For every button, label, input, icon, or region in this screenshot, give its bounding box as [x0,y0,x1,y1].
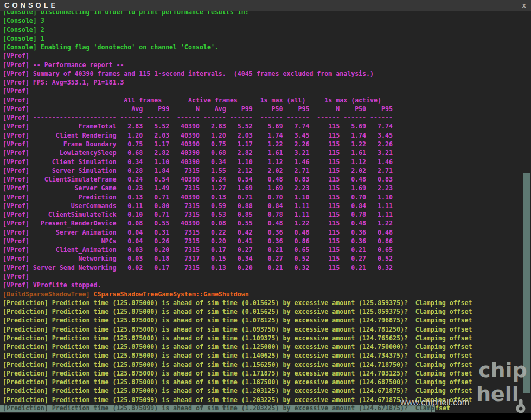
console-line: [Prediction] Prediction time (125.875000… [3,307,531,316]
console-line-text: [Prediction] Prediction time (125.875000… [3,334,472,342]
console-line: [VProf] FPS: Avg=353.1, P1=181.3 [3,78,531,87]
console-line: [VProf] ClientSimulateFrame 0.24 0.54 40… [3,175,531,184]
console-line-text: [VProf] Present_RenderDevice 0.08 0.55 4… [3,219,393,227]
console-line: [Console] 2 [3,25,531,34]
console-line-text: [Prediction] Prediction time (125.875000… [3,387,472,395]
console-line: [Prediction] Prediction time (125.875000… [3,325,531,334]
console-line: [Prediction] Prediction time (125.875000… [3,378,531,386]
console-line-text: [VProf] All frames Active frames 1s max … [3,96,393,104]
console-line: [VProf] Avg P99 N Avg P99 P50 P95 N P50 … [3,105,531,113]
console-line: [VProf] ---------------------- ------ --… [3,113,531,122]
titlebar: CONSOLE x [0,0,531,11]
console-line: [VProf] Present_RenderDevice 0.08 0.55 4… [3,219,531,228]
console-line-text: CSparseShadowTreeGameSystem::GameShutdow… [94,290,249,298]
console-line: [VProf] Networking 0.03 0.18 7317 0.15 0… [3,254,531,263]
console-line-text: [Prediction] Prediction time (125.875000… [3,361,472,369]
console-line-text: [Console] 1 [3,35,44,42]
console-line: [VProf] Server Simulation 0.28 1.84 7315… [3,166,531,175]
console-line: [Prediction] Prediction time (125.875000… [3,369,531,378]
console-line-text: [Prediction] Prediction time (125.875000… [3,378,472,386]
console-line-text: [VProf] Networking 0.03 0.18 7317 0.15 0… [3,255,393,262]
console-line: [VProf] UserCommands 0.11 0.80 7315 0.59… [3,202,531,210]
console-line-text: [VProf] FPS: Avg=353.1, P1=181.3 [3,79,124,86]
console-line-text: [Prediction] Prediction time (125.875000… [3,299,472,307]
console-line-text: [Prediction] Prediction time (125.875000… [3,343,472,351]
console-line: [VProf] [3,87,531,95]
console-line: [Console] 3 [3,16,531,25]
console-lines: [Console] Disconnecting in order to prin… [3,11,531,404]
console-line-text: [VProf] UserCommands 0.11 0.80 7315 0.59… [3,202,393,210]
console-scroll-area: [Console] Disconnecting in order to prin… [0,11,531,413]
console-line-text: [Console] Disconnecting in order to prin… [3,11,249,16]
chiphell-logo: chip hell [473,351,527,413]
console-line: [VProf] LowLatencySleep 0.68 2.82 40390 … [3,148,531,157]
console-line: [VProf] Client Rendering 1.20 2.03 40390… [3,131,531,140]
console-line: [Prediction] Prediction time (125.875000… [3,351,531,360]
console-window: CONSOLE x [Console] Disconnecting in ord… [0,0,531,413]
console-line: [Prediction] Prediction time (125.875000… [3,386,531,395]
console-line: [Prediction] Prediction time (125.875000… [3,360,531,369]
console-line: [VProf] Frame Boundary 0.75 1.17 40390 0… [3,140,531,148]
console-line: [VProf] NPCs 0.04 0.26 7315 0.20 0.41 0.… [3,237,531,245]
console-output: [Console] Disconnecting in order to prin… [0,11,531,413]
console-line-text: [VProf] VProfLite stopped. [3,281,101,289]
console-line-text: [Prediction] Prediction time (125.875000… [3,352,472,359]
console-line-text: [VProf] Client Simulation 0.34 1.10 4039… [3,158,393,166]
console-line: [Prediction] Prediction time (125.875000… [3,299,531,307]
console-line-text: [VProf] Avg P99 N Avg P99 P50 P95 N P50 … [3,105,393,113]
console-line: [VProf] -- Performance report -- [3,61,531,69]
console-line: [Console] 1 [3,34,531,43]
console-line-text: [VProf] ClientSimulateFrame 0.24 0.54 40… [3,176,393,183]
console-line: [VProf] Server Animation 0.04 0.31 7315 … [3,228,531,237]
console-line: [Console] Disconnecting in order to prin… [3,11,531,16]
chiphell-logo-word-top: chip [478,358,527,382]
console-line: [VProf] ClientSimulateTick 0.10 0.71 731… [3,210,531,219]
console-line-text: [Prediction] Prediction time (125.875000… [3,326,472,333]
console-line-text: [VProf] LowLatencySleep 0.68 2.82 40390 … [3,149,393,157]
console-line-text: [VProf] [3,273,29,280]
console-line-text: [VProf] Client_Animation 0.03 0.20 7315 … [3,246,393,254]
console-line: [Prediction] Prediction time (125.875000… [3,334,531,343]
console-line-text: [VProf] Frame Boundary 0.75 1.17 40390 0… [3,140,393,148]
console-line: [Prediction] Prediction time (125.875000… [3,343,531,351]
console-line-text: [VProf] Prediction 0.13 0.71 40390 0.13 … [3,193,393,201]
console-line-text: [Prediction] Prediction time (125.875000… [3,316,472,324]
console-line-text: [Console] Enabling flag 'donotecho' on c… [3,43,219,51]
console-line: [Prediction] Prediction time (125.875000… [3,316,531,325]
console-line-text: [Console] 2 [3,26,44,34]
console-line: [VProf] Prediction 0.13 0.71 40390 0.13 … [3,193,531,202]
console-line-text: [VProf] [3,87,29,95]
window-title: CONSOLE [4,1,58,9]
console-line: [VProf] FrameTotal 2.83 5.52 40390 2.83 … [3,122,531,131]
console-line-text: [VProf] NPCs 0.04 0.26 7315 0.20 0.41 0.… [3,237,393,245]
selection-highlight: [Prediction] Prediction time (125.875099… [0,405,435,412]
console-line-text: [BuildSparseShadowTree] [3,290,94,298]
chiphell-logo-word-bottom: hell [476,382,519,406]
console-line: [VProf] [3,272,531,281]
console-line: [VProf] VProfLite stopped. [3,281,531,289]
console-line: [VProf] Client_Animation 0.03 0.20 7315 … [3,245,531,254]
console-line-text: [VProf] ClientSimulateTick 0.10 0.71 731… [3,211,393,218]
console-line: [VProf] Summary of 40390 frames and 115 … [3,69,531,78]
console-line-text: [VProf] Client Rendering 1.20 2.03 40390… [3,132,393,139]
console-line: [VProf] Client Simulation 0.34 1.10 4039… [3,158,531,166]
console-line-text: [VProf] Summary of 40390 frames and 115 … [3,70,374,77]
console-line-text: [VProf] -- Performance report -- [3,61,124,69]
console-line-text: [VProf] Server Simulation 0.28 1.84 7315… [3,167,393,175]
console-line-text: [VProf] Server Animation 0.04 0.31 7315 … [3,229,393,236]
close-button[interactable]: x [522,1,526,9]
console-line: [BuildSparseShadowTree] CSparseShadowTre… [3,290,531,299]
console-line-text: [VProf] FrameTotal 2.83 5.52 40390 2.83 … [3,122,393,130]
console-line-text: [Prediction] Prediction time (125.875000… [3,370,472,377]
console-line: [VProf] [3,51,531,60]
watermark-url: www.chiphell.com [400,398,469,408]
console-line-text: [VProf] [3,52,29,60]
console-line-text: [VProf] Server Send Networking 0.02 0.17… [3,264,393,272]
console-line-text: [Prediction] Prediction time (125.875000… [3,308,472,315]
console-line-text: [VProf] Server Game 0.23 1.49 7315 1.27 … [3,184,393,192]
console-line: [VProf] All frames Active frames 1s max … [3,96,531,105]
console-line-text: [VProf] ---------------------- ------ --… [3,114,393,121]
console-line: [VProf] Server Game 0.23 1.49 7315 1.27 … [3,184,531,192]
console-line-text: [Console] 3 [3,17,44,24]
console-line: [Console] Enabling flag 'donotecho' on c… [3,43,531,51]
